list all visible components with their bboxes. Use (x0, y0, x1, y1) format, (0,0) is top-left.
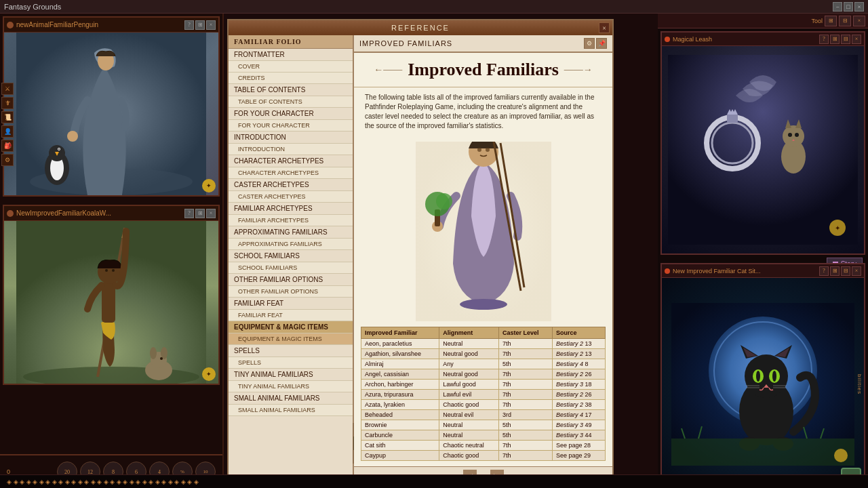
magic-icon-1[interactable]: ? (819, 35, 829, 44)
toc-item-intro[interactable]: INTRODUCTION (229, 131, 353, 144)
magic-icon-map[interactable]: ⊟ (841, 35, 850, 44)
toc-item-fam-arch-sub[interactable]: FAMILIAR ARCHETYPES (229, 215, 353, 226)
cat-icon-3[interactable]: × (852, 266, 861, 276)
toc-item-cover[interactable]: COVER (229, 61, 353, 73)
table-row: AlmirajAny5thBestiary 4 8 (361, 359, 606, 369)
table-cell: Neutral (439, 339, 499, 349)
sidebar-icon-4[interactable]: 👤 (1, 125, 14, 138)
cat-icon-1[interactable]: ? (819, 266, 829, 276)
table-cell: 7th (498, 380, 552, 390)
toc-header: FAMILIAR FOLIO (229, 35, 353, 49)
table-cell: Any (439, 359, 499, 369)
gold-coin-icon-2: ✦ (202, 367, 216, 381)
panel2-map-icon[interactable]: ⊞ (195, 209, 205, 218)
table-cell: 7th (498, 339, 552, 349)
toc-item-char-arch-sub[interactable]: CHARACTER ARCHETYPES (229, 167, 353, 179)
tool-btn-1[interactable]: ⊞ (825, 16, 837, 26)
sidebar-icon-1[interactable]: ⚔ (1, 83, 14, 95)
cat-panel-header: New Improved Familiar Cat Sit... ? ⊞ ⊟ × (662, 264, 864, 278)
toc-item-equipment-sub[interactable]: EQUIPMENT & MAGIC ITEMS (229, 333, 353, 345)
magic-leash-image: ✦ (662, 46, 864, 253)
toc-item-spells[interactable]: SPELLS (229, 345, 353, 357)
panel2-dot (7, 210, 14, 217)
toc-item-char-arch[interactable]: CHARACTER ARCHETYPES (229, 155, 353, 167)
table-cell: Azura, tripurasura (361, 390, 439, 400)
toc-item-equipment[interactable]: EQUIPMENT & MAGIC ITEMS (229, 321, 353, 333)
table-cell: 7th (498, 369, 552, 380)
table-cell: Chaotic good (439, 451, 499, 461)
svg-point-26 (486, 148, 490, 152)
toc-item-small-fam-sub[interactable]: SMALL ANIMAL FAMILIARS (229, 405, 353, 416)
table-cell: Agathion, silvanshee (361, 349, 439, 359)
d100-label: % (180, 469, 184, 474)
table-row: Aeon, paracletiusNeutral7thBestiary 2 13 (361, 339, 606, 349)
table-cell: Bestiary 4 8 (553, 359, 606, 369)
magic-panel-icons: ? ⊞ ⊟ × (819, 35, 861, 44)
toc-item-tiny-fam[interactable]: TINY ANIMAL FAMILIARS (229, 369, 353, 381)
reference-close-button[interactable]: × (599, 22, 610, 33)
table-row: BeheadedNeutral evil3rdBestiary 4 17 (361, 410, 606, 420)
toc-item-school[interactable]: SCHOOL FAMILIARS (229, 250, 353, 262)
sidebar-icon-3[interactable]: 📜 (1, 111, 14, 123)
toc-item-fam-arch[interactable]: FAMILIAR ARCHETYPES (229, 203, 353, 215)
toc-item-toc[interactable]: TABLE OF CONTENTS (229, 84, 353, 96)
panel1-map-icon[interactable]: ⊞ (195, 20, 205, 30)
tool-btn-2[interactable]: ⊟ (839, 16, 851, 26)
content-icon-settings[interactable]: ⚙ (584, 38, 595, 49)
tool-label: Tool (811, 18, 823, 24)
toc-item-for-your-char[interactable]: FOR YOUR CHARACTER (229, 108, 353, 120)
toc-item-fam-feat-sub[interactable]: FAMILIAR FEAT (229, 310, 353, 321)
close-button[interactable]: × (854, 2, 864, 12)
toc-item-for-your-char-sub[interactable]: FOR YOUR CHARACTER (229, 120, 353, 131)
table-cell: Brownie (361, 420, 439, 430)
table-cell: 3rd (498, 410, 552, 420)
cat-icon-map[interactable]: ⊟ (841, 266, 850, 276)
toc-item-small-fam[interactable]: SMALL ANIMAL FAMILIARS (229, 392, 353, 405)
sidebar-icon-6[interactable]: ⚙ (1, 154, 14, 166)
table-row: BrownieNeutral5thBestiary 3 49 (361, 420, 606, 430)
panel-divider (0, 199, 222, 202)
sidebar-icon-2[interactable]: 🗡 (1, 97, 14, 109)
toc-item-caster-arch[interactable]: CASTER ARCHETYPES (229, 179, 353, 191)
panel2-close-icon[interactable]: × (206, 209, 216, 218)
panel2-help-icon[interactable]: ? (184, 209, 194, 218)
story-btn-row: Story (658, 258, 868, 260)
content-area[interactable]: IMPROVED FAMILIARS ⚙ 📌 ←—— Improved Fami… (354, 35, 612, 475)
toc-item-toc-sub[interactable]: TABLE OF CONTENTS (229, 96, 353, 108)
panel2-header: NewImprovedFamiliarKoalaW... ? ⊞ × (4, 206, 218, 221)
toc-item-spells-sub[interactable]: SPELLS (229, 357, 353, 369)
cat-icon-2[interactable]: ⊞ (830, 266, 840, 276)
svg-rect-37 (727, 115, 738, 123)
toc-item-fam-feat[interactable]: FAMILIAR FEAT (229, 298, 353, 310)
maximize-button[interactable]: □ (844, 2, 853, 12)
panel1-header: newAnimalFamiliarPenguin ? ⊞ × (4, 18, 218, 33)
character-panel-1: newAnimalFamiliarPenguin ? ⊞ × (3, 16, 220, 197)
character-illustration (416, 142, 551, 321)
toc-item-other-opts[interactable]: OTHER FAMILIAR OPTIONS (229, 274, 353, 286)
toc-item-intro-sub[interactable]: INTRODUCTION (229, 144, 353, 155)
toc-item-approx[interactable]: APPROXIMATING FAMILIARS (229, 226, 353, 239)
toc-item-frontmatter[interactable]: FRONTMATTER (229, 49, 353, 61)
toc-item-caster-arch-sub[interactable]: CASTER ARCHETYPES (229, 191, 353, 203)
sidebar-icon-5[interactable]: 🎒 (1, 140, 14, 152)
toc-item-school-sub[interactable]: SCHOOL FAMILIARS (229, 262, 353, 274)
familiars-table: Improved Familiar Alignment Caster Level… (361, 327, 606, 461)
toc-item-tiny-fam-sub[interactable]: TINY ANIMAL FAMILIARS (229, 381, 353, 392)
character-panel-2: NewImprovedFamiliarKoalaW... ? ⊞ × (3, 205, 220, 385)
table-cell: Caypup (361, 451, 439, 461)
tool-btn-3[interactable]: × (853, 16, 865, 26)
toc-item-credits[interactable]: CREDITS (229, 73, 353, 84)
right-panel: Tool ⊞ ⊟ × Magical Leash ? ⊞ ⊟ × (658, 14, 868, 488)
toc-item-other-opts-sub[interactable]: OTHER FAMILIAR OPTIONS (229, 286, 353, 298)
cat-dot (665, 268, 670, 274)
content-icon-pin[interactable]: 📌 (596, 38, 607, 49)
toc-item-approx-sub[interactable]: APPROXIMATING FAMILIARS (229, 239, 353, 250)
minimize-button[interactable]: − (833, 2, 842, 12)
magic-icon-3[interactable]: × (852, 35, 861, 44)
bottom-bar-text: ◈ ◈ ◈ ◈ ◈ ◈ ◈ ◈ ◈ ◈ ◈ ◈ ◈ ◈ ◈ ◈ ◈ ◈ ◈ ◈ … (7, 479, 199, 485)
table-cell: See page 29 (553, 451, 606, 461)
panel1-close-icon[interactable]: × (206, 20, 216, 30)
magic-icon-2[interactable]: ⊞ (830, 35, 840, 44)
panel1-help-icon[interactable]: ? (184, 20, 194, 30)
table-cell: Lawful evil (439, 390, 499, 400)
